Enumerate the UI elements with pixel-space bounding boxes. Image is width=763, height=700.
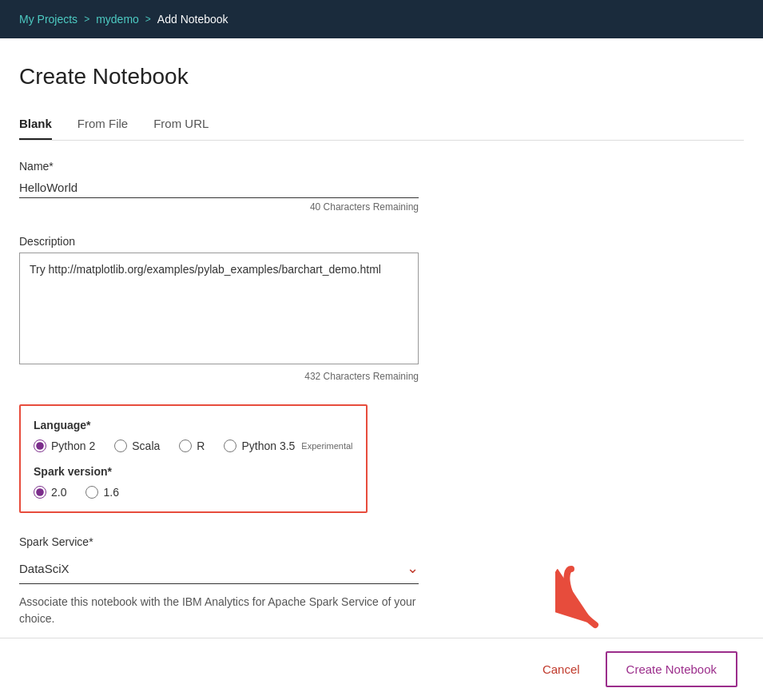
language-label: Language*	[34, 419, 353, 432]
radio-python35[interactable]: Python 3.5 Experimental	[224, 439, 352, 452]
create-notebook-button[interactable]: Create Notebook	[606, 651, 737, 687]
spark-service-value: DataSciX	[19, 562, 70, 575]
spark-version-radio-group: 2.0 1.6	[34, 486, 353, 499]
spark-version-label: Spark version*	[34, 465, 353, 478]
radio-python2-input[interactable]	[34, 439, 46, 452]
radio-scala-input[interactable]	[114, 439, 127, 452]
radio-scala-label: Scala	[132, 439, 160, 452]
tab-from-url[interactable]: From URL	[153, 109, 209, 140]
radio-spark-16-input[interactable]	[85, 486, 98, 499]
radio-python35-input[interactable]	[224, 439, 236, 452]
name-input[interactable]	[19, 177, 419, 198]
cancel-button[interactable]: Cancel	[530, 654, 593, 684]
name-label: Name*	[19, 160, 744, 173]
spark-service-description: Associate this notebook with the IBM Ana…	[19, 594, 419, 627]
experimental-badge: Experimental	[301, 441, 352, 451]
spark-service-section: Spark Service* DataSciX ⌄ Associate this…	[19, 535, 744, 627]
name-section: Name* 40 Characters Remaining	[19, 160, 744, 213]
name-char-remaining: 40 Characters Remaining	[19, 201, 419, 213]
description-textarea[interactable]: Try http://matplotlib.org/examples/pylab…	[19, 253, 419, 364]
breadcrumb-current: Add Notebook	[157, 13, 229, 26]
spark-service-label: Spark Service*	[19, 535, 744, 548]
language-spark-section: Language* Python 2 Scala R Python 3.5 Ex…	[19, 404, 368, 513]
spark-service-dropdown[interactable]: DataSciX ⌄	[19, 553, 419, 584]
description-section: Description Try http://matplotlib.org/ex…	[19, 235, 744, 382]
breadcrumb-separator-1: >	[84, 14, 89, 25]
radio-scala[interactable]: Scala	[114, 439, 160, 452]
spark-version-section: Spark version* 2.0 1.6	[34, 465, 353, 499]
radio-python35-label: Python 3.5	[241, 439, 295, 452]
main-content: Create Notebook Blank From File From URL…	[0, 38, 763, 700]
radio-spark-16[interactable]: 1.6	[85, 486, 118, 499]
breadcrumb-projects[interactable]: My Projects	[19, 13, 77, 26]
breadcrumb: My Projects > mydemo > Add Notebook	[19, 13, 229, 26]
breadcrumb-separator-2: >	[145, 14, 151, 25]
radio-r-input[interactable]	[179, 439, 192, 452]
radio-python2-label: Python 2	[51, 439, 95, 452]
language-radio-group: Python 2 Scala R Python 3.5 Experimental	[34, 439, 353, 452]
radio-r[interactable]: R	[179, 439, 205, 452]
page-title: Create Notebook	[19, 64, 744, 89]
radio-spark-16-label: 1.6	[103, 486, 118, 499]
tab-from-file[interactable]: From File	[77, 109, 128, 140]
radio-spark-20-label: 2.0	[51, 486, 66, 499]
tab-blank[interactable]: Blank	[19, 109, 52, 140]
radio-spark-20-input[interactable]	[34, 486, 46, 499]
topbar: My Projects > mydemo > Add Notebook	[0, 0, 763, 38]
radio-python2[interactable]: Python 2	[34, 439, 95, 452]
description-char-remaining: 432 Characters Remaining	[19, 371, 419, 382]
radio-spark-20[interactable]: 2.0	[34, 486, 66, 499]
breadcrumb-mydemo[interactable]: mydemo	[96, 13, 139, 26]
button-bar: Cancel Create Notebook	[0, 638, 763, 700]
radio-r-label: R	[197, 439, 205, 452]
dropdown-arrow-icon: ⌄	[407, 559, 419, 577]
tabs-container: Blank From File From URL	[19, 109, 744, 141]
description-label: Description	[19, 235, 744, 248]
